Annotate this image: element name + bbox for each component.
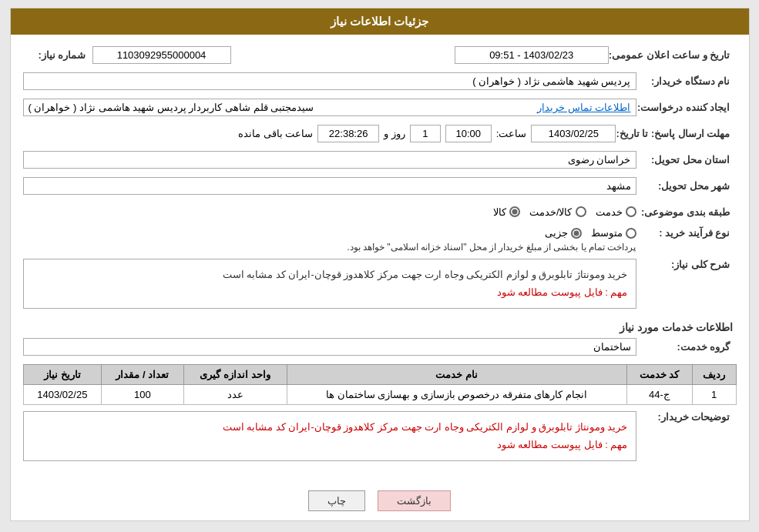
creator-contact-link[interactable]: اطلاعات تماس خریدار bbox=[537, 102, 630, 113]
deadline-remaining: 22:38:26 bbox=[317, 125, 379, 142]
city-label: شهر محل تحویل: bbox=[636, 180, 737, 192]
col-name: نام خدمت bbox=[287, 364, 626, 384]
category-option-service: خدمت bbox=[596, 206, 623, 218]
category-option-goods: کالا bbox=[493, 206, 506, 218]
category-radio-service-circle bbox=[626, 206, 636, 217]
category-radio-goods-service[interactable]: کالا/خدمت bbox=[529, 206, 586, 218]
service-group-label: گروه خدمت: bbox=[636, 341, 737, 353]
back-button[interactable]: بازگشت bbox=[378, 490, 451, 511]
purchase-type-partial-label: جزیی bbox=[545, 227, 568, 239]
col-row: ردیف bbox=[692, 364, 736, 384]
purchase-type-partial-circle bbox=[571, 228, 582, 239]
table-cell-0-4: 100 bbox=[102, 384, 183, 404]
category-option-goods-service: کالا/خدمت bbox=[529, 206, 573, 218]
buyer-notes-text: خرید ومونتاژ تابلوبرق و لوازم الکتریکی و… bbox=[32, 418, 628, 436]
description-note: مهم : فایل پیوست مطالعه شود bbox=[32, 283, 628, 301]
creator-value: سیدمجتبی قلم شاهی کاربردار پردیس شهید ها… bbox=[29, 102, 314, 113]
province-label: استان محل تحویل: bbox=[636, 154, 737, 166]
page-title: جزئیات اطلاعات نیاز bbox=[11, 8, 749, 35]
deadline-remaining-label: ساعت باقی مانده bbox=[238, 128, 313, 139]
buyer-notes-label: توضیحات خریدار: bbox=[636, 411, 737, 423]
print-button[interactable]: چاپ bbox=[308, 490, 365, 511]
header-label: شماره نیاز: bbox=[23, 49, 92, 61]
services-table: ردیف کد خدمت نام خدمت واحد اندازه گیری ت… bbox=[23, 364, 737, 405]
purchase-type-radio-medium[interactable]: متوسط bbox=[591, 227, 636, 239]
services-table-container: ردیف کد خدمت نام خدمت واحد اندازه گیری ت… bbox=[23, 364, 737, 405]
deadline-time: 10:00 bbox=[445, 125, 492, 142]
purchase-type-label: نوع فرآیند خرید : bbox=[636, 227, 737, 239]
purchase-type-medium-circle bbox=[626, 228, 636, 239]
purchase-type-medium-label: متوسط bbox=[591, 227, 623, 239]
purchase-type-description: پرداخت تمام یا بخشی از مبلغ خریدار از مح… bbox=[23, 242, 636, 253]
buyer-notes-note: مهم : فایل پیوست مطالعه شود bbox=[32, 436, 628, 453]
buyer-label: نام دستگاه خریدار: bbox=[636, 75, 737, 87]
category-radio-goods-circle bbox=[509, 206, 520, 217]
table-cell-0-0: 1 bbox=[692, 384, 736, 404]
table-cell-0-3: عدد bbox=[183, 384, 287, 404]
category-radio-goods[interactable]: کالا bbox=[493, 206, 520, 218]
city-value: مشهد bbox=[23, 177, 636, 195]
footer-buttons: بازگشت چاپ bbox=[11, 481, 749, 520]
announcement-label: تاریخ و ساعت اعلان عمومی: bbox=[609, 49, 737, 61]
header-value: 1103092955000004 bbox=[92, 46, 231, 64]
col-unit: واحد اندازه گیری bbox=[183, 364, 287, 384]
deadline-days: 1 bbox=[410, 125, 441, 142]
table-cell-0-1: ج-44 bbox=[626, 384, 692, 404]
table-row: 1ج-44انجام کارهای متفرقه درخصوص بازسازی … bbox=[23, 384, 736, 404]
deadline-time-label: ساعت: bbox=[496, 128, 527, 139]
service-group-value: ساختمان bbox=[23, 338, 636, 356]
col-date: تاریخ نیاز bbox=[23, 364, 102, 384]
creator-label: ایجاد کننده درخواست: bbox=[636, 102, 737, 113]
deadline-date: 1403/02/25 bbox=[531, 125, 616, 142]
category-label: طبقه بندی موضوعی: bbox=[636, 206, 737, 218]
purchase-type-radio-partial[interactable]: جزیی bbox=[545, 227, 582, 239]
services-section-title: اطلاعات خدمات مورد نیاز bbox=[23, 321, 737, 333]
table-cell-0-2: انجام کارهای متفرقه درخصوص بازسازی و بهس… bbox=[287, 384, 626, 404]
category-radio-service[interactable]: خدمت bbox=[596, 206, 636, 218]
province-value: خراسان رضوی bbox=[23, 151, 636, 169]
col-qty: تعداد / مقدار bbox=[102, 364, 183, 384]
table-cell-0-5: 1403/02/25 bbox=[23, 384, 102, 404]
announcement-value: 1403/02/23 - 09:51 bbox=[455, 46, 609, 64]
description-label: شرح کلی نیاز: bbox=[636, 259, 737, 270]
category-radio-group: خدمت کالا/خدمت کالا bbox=[23, 206, 636, 218]
category-radio-goods-service-circle bbox=[576, 206, 586, 217]
deadline-days-label: روز و bbox=[384, 128, 405, 139]
col-code: کد خدمت bbox=[626, 364, 692, 384]
deadline-label: مهلت ارسال پاسخ: تا تاریخ: bbox=[616, 128, 736, 139]
buyer-value: پردیس شهید هاشمی نژاد ( خواهران ) bbox=[23, 72, 636, 90]
description-text: خرید ومونتاژ تابلوبرق و لوازم الکتریکی و… bbox=[32, 266, 628, 283]
